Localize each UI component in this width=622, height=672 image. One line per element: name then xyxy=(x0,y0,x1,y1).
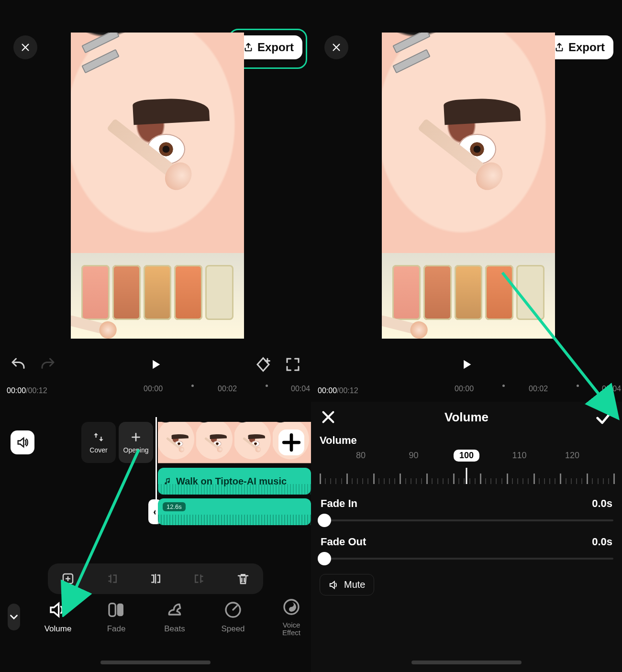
ruler-dot xyxy=(191,385,194,387)
split-left-button[interactable] xyxy=(102,569,122,588)
ruler-dot xyxy=(266,385,268,387)
fade-out-slider[interactable] xyxy=(322,554,613,563)
split-button[interactable] xyxy=(146,569,165,588)
trash-icon xyxy=(236,572,250,586)
preview-face xyxy=(382,33,555,253)
home-indicator xyxy=(411,661,522,664)
mute-original-button[interactable] xyxy=(11,430,34,454)
chevron-down-icon xyxy=(8,611,20,623)
fade-out-value: 0.0s xyxy=(592,536,612,548)
fade-in-value: 0.0s xyxy=(592,497,612,510)
clip-duration-badge: 12.6s xyxy=(163,502,186,511)
playhead[interactable] xyxy=(156,417,157,521)
tool-label: Speed xyxy=(221,624,244,634)
undo-button[interactable] xyxy=(10,356,27,373)
tool-beats[interactable]: Beats xyxy=(154,600,195,634)
editor-screen-timeline: Pro Export xyxy=(0,0,311,672)
tool-volume[interactable]: Volume xyxy=(37,600,78,634)
audio-tool-row: Volume Fade Beats Speed VoiceEffect Nois… xyxy=(0,591,311,643)
clip-thumb xyxy=(196,422,234,463)
replace-icon xyxy=(61,572,75,586)
svg-rect-2 xyxy=(117,604,123,617)
collapse-tools-button[interactable] xyxy=(8,604,20,630)
sheet-confirm-button[interactable] xyxy=(594,408,613,428)
video-preview[interactable] xyxy=(382,33,555,339)
tool-speed[interactable]: Speed xyxy=(212,600,254,634)
add-clip-button[interactable] xyxy=(278,430,304,455)
play-button[interactable] xyxy=(458,356,475,373)
volume-ruler[interactable] xyxy=(320,471,613,484)
export-label: Export xyxy=(257,41,294,54)
delete-button[interactable] xyxy=(233,569,253,588)
timeline-ruler[interactable]: 00:00 00:02 00:04 xyxy=(311,385,622,396)
volume-scale[interactable]: 80 90 100 110 120 xyxy=(320,451,613,487)
cover-button[interactable]: Cover xyxy=(81,422,116,463)
preview-brow xyxy=(133,97,210,125)
clip-thumb xyxy=(158,422,196,463)
audio-track-2[interactable]: 12.6s xyxy=(158,498,311,525)
replace-button[interactable] xyxy=(58,569,78,588)
volume-value-badge: 100 xyxy=(454,450,479,462)
ruler-dot xyxy=(577,385,579,387)
transport-row xyxy=(0,350,311,379)
fade-icon xyxy=(107,600,126,619)
close-icon xyxy=(320,408,337,426)
tool-fade[interactable]: Fade xyxy=(96,600,137,634)
fade-in-slider[interactable] xyxy=(322,516,613,525)
plus-icon xyxy=(278,430,304,455)
play-button[interactable] xyxy=(147,356,164,373)
ruler-tick: 00:02 xyxy=(529,385,548,393)
ruler-tick: 00:02 xyxy=(218,385,237,393)
split-icon xyxy=(148,572,163,586)
redo-button[interactable] xyxy=(39,356,56,373)
sheet-close-button[interactable] xyxy=(320,408,337,426)
tool-voice-effect[interactable]: VoiceEffect xyxy=(271,597,312,637)
tool-label: Volume xyxy=(44,624,72,634)
volume-icon xyxy=(48,600,67,619)
fade-in-label: Fade In xyxy=(321,497,357,510)
mute-button[interactable]: Mute xyxy=(320,574,374,595)
close-button[interactable] xyxy=(13,35,37,59)
timeline[interactable]: Cover Opening Walk on Tiptoe-AI music ‹ xyxy=(0,400,311,521)
export-button[interactable]: Export xyxy=(234,35,302,59)
volume-section-label: Volume xyxy=(311,432,622,447)
close-button[interactable] xyxy=(324,35,348,59)
export-icon xyxy=(554,42,565,53)
close-icon xyxy=(331,42,342,53)
editor-screen-volume-panel: Pro Export 00:00/00:12 00:00 xyxy=(311,0,622,672)
split-left-icon xyxy=(105,572,119,586)
fade-out-row: Fade Out 0.0s xyxy=(311,525,622,548)
ruler-tick: 00:00 xyxy=(455,385,474,393)
export-button[interactable]: Export xyxy=(545,35,613,59)
split-right-button[interactable] xyxy=(190,569,209,588)
waveform xyxy=(158,515,311,525)
close-icon xyxy=(20,42,31,53)
fade-in-row: Fade In 0.0s xyxy=(311,487,622,510)
play-icon xyxy=(460,358,473,371)
ruler-tick: 00:00 xyxy=(144,385,163,393)
slider-knob[interactable] xyxy=(318,552,331,565)
slider-knob[interactable] xyxy=(318,514,331,527)
tool-label: Fade xyxy=(107,624,126,634)
video-preview[interactable] xyxy=(71,33,244,339)
clip-edit-bar xyxy=(48,563,263,594)
opening-button[interactable]: Opening xyxy=(119,422,153,463)
svg-rect-1 xyxy=(109,604,115,617)
opening-label: Opening xyxy=(123,446,149,454)
ruler-dot xyxy=(502,385,505,387)
preview-face xyxy=(71,33,244,253)
timeline-ruler[interactable]: 00:00 00:02 00:04 xyxy=(0,385,311,396)
export-label: Export xyxy=(568,41,605,54)
play-icon xyxy=(149,358,162,371)
tool-label: Beats xyxy=(164,624,185,634)
split-right-icon xyxy=(192,572,207,586)
clip-thumb xyxy=(234,422,273,463)
fullscreen-button[interactable] xyxy=(284,356,301,373)
keyframe-button[interactable] xyxy=(255,356,272,373)
cover-label: Cover xyxy=(89,446,107,454)
audio-track-1[interactable]: Walk on Tiptoe-AI music xyxy=(158,468,311,495)
scale-mark: 120 xyxy=(565,451,579,461)
scale-mark: 110 xyxy=(512,451,526,461)
mute-label: Mute xyxy=(344,579,365,590)
ruler-tick: 00:04 xyxy=(602,385,621,393)
